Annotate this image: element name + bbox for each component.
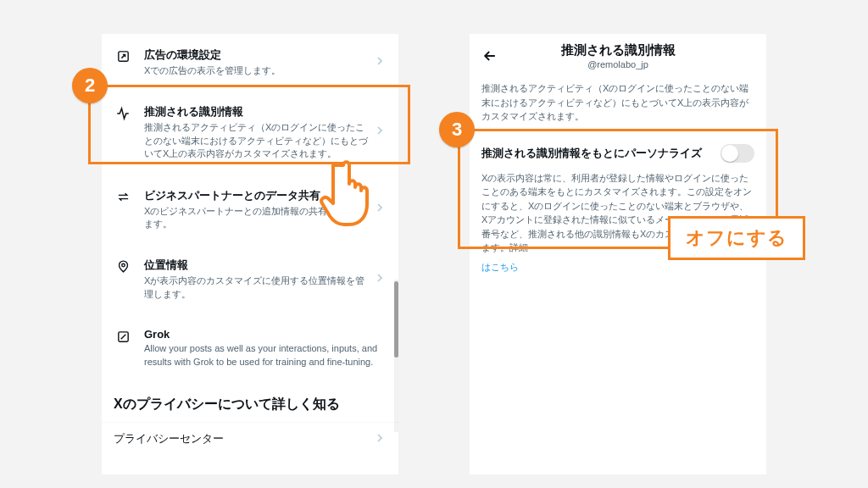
callout-turn-off: オフにする bbox=[668, 216, 805, 260]
item-title: 位置情報 bbox=[144, 258, 373, 273]
page-title: 推測される識別情報 bbox=[504, 42, 732, 58]
toggle-knob bbox=[721, 145, 738, 162]
username: @remolabo_jp bbox=[504, 59, 732, 69]
chevron-right-icon bbox=[373, 124, 387, 141]
item-desc: Xが表示内容のカスタマイズに使用する位置情報を管理します。 bbox=[144, 274, 373, 301]
item-title: 推測される識別情報 bbox=[144, 104, 373, 119]
personalize-toggle[interactable] bbox=[721, 144, 754, 163]
activity-icon bbox=[114, 106, 132, 121]
item-title: ビジネスパートナーとのデータ共有 bbox=[144, 188, 373, 203]
settings-item-grok[interactable]: Grok Allow your posts as well as your in… bbox=[102, 314, 398, 382]
settings-item-ads[interactable]: 広告の環境設定 Xでの広告の表示を管理します。 bbox=[102, 34, 398, 91]
location-pin-icon bbox=[114, 259, 132, 274]
back-button[interactable] bbox=[478, 44, 502, 68]
svg-point-1 bbox=[121, 264, 125, 268]
item-desc: Allow your posts as well as your interac… bbox=[144, 342, 387, 369]
settings-item-privacy-center[interactable]: プライバシーセンター bbox=[102, 422, 398, 456]
item-desc: Xのビジネスパートナーとの追加情報の共有を許可します。 bbox=[144, 205, 373, 231]
grok-icon bbox=[114, 330, 132, 344]
settings-item-location[interactable]: 位置情報 Xが表示内容のカスタマイズに使用する位置情報を管理します。 bbox=[102, 244, 398, 314]
item-title: プライバシーセンター bbox=[114, 431, 224, 446]
section-heading-privacy: Xのプライバシーについて詳しく知る bbox=[102, 382, 398, 422]
step-badge-3: 3 bbox=[439, 112, 475, 147]
chevron-right-icon bbox=[373, 271, 387, 288]
scrollbar-thumb[interactable] bbox=[394, 281, 398, 358]
exchange-icon bbox=[114, 190, 132, 204]
step-badge-2: 2 bbox=[72, 68, 108, 103]
learn-more-link[interactable]: はこちら bbox=[470, 262, 531, 272]
item-desc: Xでの広告の表示を管理します。 bbox=[144, 64, 373, 77]
toggle-label: 推測される識別情報をもとにパーソナライズ bbox=[481, 146, 702, 161]
item-title: Grok bbox=[144, 328, 387, 341]
settings-item-data-sharing[interactable]: ビジネスパートナーとのデータ共有 Xのビジネスパートナーとの追加情報の共有を許可… bbox=[102, 175, 398, 245]
settings-item-inferred-identity[interactable]: 推測される識別情報 推測されるアクティビティ（Xのログインに使ったことのない端末… bbox=[102, 91, 398, 174]
chevron-right-icon bbox=[373, 201, 387, 218]
page-intro-text: 推測されるアクティビティ（Xのログインに使ったことのない端末におけるアクティビテ… bbox=[470, 76, 766, 132]
item-title: 広告の環境設定 bbox=[144, 47, 373, 63]
item-desc: 推測されるアクティビティ（Xのログインに使ったことのない端末におけるアクティビテ… bbox=[144, 121, 373, 160]
external-link-icon bbox=[114, 49, 132, 64]
settings-list-panel: 広告の環境設定 Xでの広告の表示を管理します。 推測される識別情報 推測されるア… bbox=[102, 34, 398, 474]
chevron-right-icon bbox=[373, 431, 387, 447]
chevron-right-icon bbox=[373, 54, 387, 71]
